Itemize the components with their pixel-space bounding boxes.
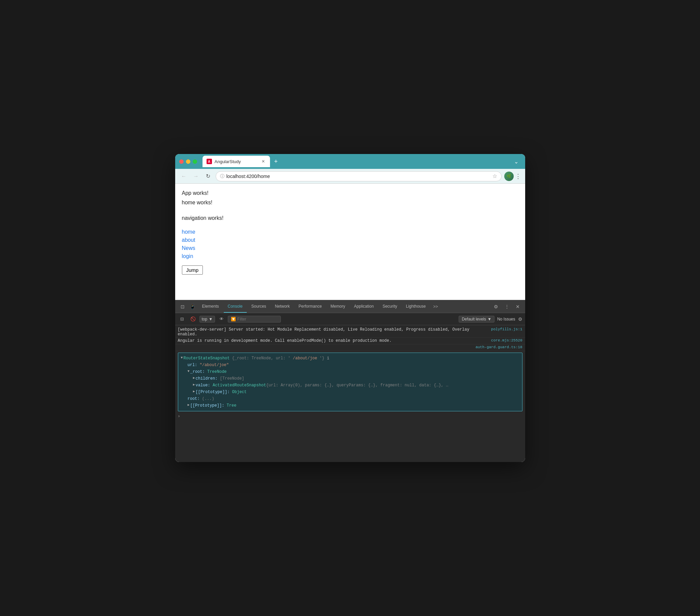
- console-log-1: [webpack-dev-server] Server started: Hot…: [175, 327, 525, 338]
- obj-root-line: ▼ _root: TreeNode: [181, 368, 520, 375]
- nav-link-login[interactable]: login: [182, 253, 518, 259]
- console-output: [webpack-dev-server] Server started: Hot…: [175, 325, 525, 462]
- obj-preview-end: '}: [320, 356, 327, 361]
- context-dropdown-icon: ▼: [209, 317, 213, 321]
- new-tab-button[interactable]: +: [271, 157, 281, 166]
- url-bar[interactable]: ⓘ localhost:4200/home ☆: [216, 171, 502, 181]
- console-log-2: Angular is running in development mode. …: [175, 338, 525, 344]
- value-type: ActivatedRouteSnapshot: [213, 382, 266, 389]
- obj-preview: {_root: TreeNode, url: ': [232, 356, 291, 361]
- filter-box[interactable]: 🔽: [228, 316, 281, 322]
- no-issues-badge: No Issues: [497, 317, 515, 321]
- expand-value[interactable]: ►: [193, 382, 195, 387]
- nav-link-home[interactable]: home: [182, 229, 518, 235]
- tab-dropdown-button[interactable]: ⌄: [512, 157, 521, 166]
- console-log-3: auth-gard.guard.ts:18: [175, 344, 525, 351]
- filter-input[interactable]: [237, 317, 278, 321]
- context-selector[interactable]: top ▼: [199, 316, 215, 322]
- console-settings-button[interactable]: ⚙: [518, 317, 523, 322]
- console-toolbar: ⊟ 🚫 top ▼ 👁 🔽 Default levels ▼ No Issues…: [175, 313, 525, 325]
- expand-router-state[interactable]: ▼: [181, 355, 183, 360]
- obj-proto1-line: ► [[Prototype]]: Object: [181, 389, 520, 395]
- devtools-close-button[interactable]: ✕: [513, 302, 523, 311]
- url-text: localhost:4200/home: [226, 174, 490, 179]
- traffic-lights: [179, 159, 197, 164]
- devtools-settings-button[interactable]: ⚙: [491, 302, 501, 311]
- page-nav: home about News login Jump: [182, 229, 518, 274]
- forward-button[interactable]: →: [191, 172, 201, 181]
- devtools-panel: ⊡ 📱 Elements Console Sources Network Per…: [175, 300, 525, 462]
- proto1-type: Object: [232, 389, 247, 395]
- default-levels-label: Default levels: [462, 317, 486, 321]
- default-levels-arrow: ▼: [487, 317, 491, 321]
- tab-network[interactable]: Network: [271, 300, 294, 313]
- devtools-device-icon[interactable]: 📱: [188, 302, 198, 311]
- security-icon: ⓘ: [220, 173, 224, 179]
- console-object-block: ▼ RouterStateSnapshot {_root: TreeNode, …: [178, 353, 523, 411]
- obj-url-line: url: "/about/joe": [181, 362, 520, 368]
- proto2-type: Tree: [227, 403, 237, 409]
- clear-console-button[interactable]: 🚫: [189, 315, 198, 323]
- devtools-inspector-icon[interactable]: ⊡: [178, 302, 187, 311]
- browser-menu-button[interactable]: ⋮: [515, 173, 521, 180]
- console-log-2-source[interactable]: core.mjs:25520: [491, 338, 522, 343]
- nav-link-news[interactable]: News: [182, 245, 518, 251]
- eye-icon[interactable]: 👁: [217, 315, 226, 323]
- tab-elements[interactable]: Elements: [198, 300, 223, 313]
- tab-bar: A AngularStudy ✕ +: [202, 156, 509, 167]
- tab-sources[interactable]: Sources: [247, 300, 270, 313]
- console-log-1-source[interactable]: polyfills.js:1: [491, 327, 522, 331]
- tab-favicon: A: [207, 159, 212, 164]
- address-bar: ← → ↻ ⓘ localhost:4200/home ☆ 🌿 ⋮: [175, 169, 525, 184]
- devtools-more-button[interactable]: ⋮: [502, 302, 512, 311]
- browser-window: A AngularStudy ✕ + ⌄ ← → ↻ ⓘ localhost:4…: [175, 154, 525, 462]
- tab-lighthouse[interactable]: Lighthouse: [402, 300, 430, 313]
- minimize-button[interactable]: [186, 159, 190, 164]
- console-toolbar-end: Default levels ▼ No Issues ⚙: [459, 316, 522, 322]
- expand-proto1[interactable]: ►: [193, 389, 195, 394]
- nav-link-about[interactable]: about: [182, 237, 518, 243]
- address-bar-actions: 🌿 ⋮: [504, 172, 521, 181]
- url-value: "/about/joe": [200, 362, 229, 368]
- tab-title: AngularStudy: [215, 159, 241, 164]
- root-type: TreeNode: [207, 369, 227, 375]
- maximize-button[interactable]: [193, 159, 197, 164]
- home-works-text: home works!: [182, 199, 518, 207]
- default-levels-dropdown[interactable]: Default levels ▼: [459, 316, 495, 322]
- bookmark-icon[interactable]: ☆: [492, 173, 497, 179]
- proto2-key: [[Prototype]]:: [190, 403, 224, 409]
- root2-value: (...): [202, 396, 214, 402]
- back-button[interactable]: ←: [179, 172, 189, 181]
- prompt-arrow: ›: [178, 414, 180, 419]
- obj-proto2-line: ► [[Prototype]]: Tree: [181, 402, 520, 409]
- tab-console[interactable]: Console: [224, 300, 247, 313]
- refresh-button[interactable]: ↻: [203, 172, 213, 181]
- filter-icon: 🔽: [231, 317, 236, 321]
- tab-application[interactable]: Application: [350, 300, 378, 313]
- avatar[interactable]: 🌿: [504, 172, 514, 181]
- app-works-text: App works!: [182, 189, 518, 197]
- devtools-actions: ⚙ ⋮ ✕: [491, 302, 523, 311]
- obj-header: ▼ RouterStateSnapshot {_root: TreeNode, …: [181, 355, 520, 362]
- active-tab[interactable]: A AngularStudy ✕: [202, 156, 270, 167]
- proto1-key: [[Prototype]]:: [196, 389, 230, 395]
- tab-close-button[interactable]: ✕: [261, 159, 266, 164]
- value-desc: {url: Array(0), params: {…}, queryParams…: [266, 382, 448, 389]
- sidebar-toggle-button[interactable]: ⊟: [178, 315, 187, 323]
- devtools-tab-bar: ⊡ 📱 Elements Console Sources Network Per…: [175, 300, 525, 313]
- expand-proto2[interactable]: ►: [188, 403, 190, 408]
- root-key: _root:: [190, 369, 205, 375]
- obj-value-line: ► value: ActivatedRouteSnapshot {url: Ar…: [181, 382, 520, 389]
- jump-button[interactable]: Jump: [182, 266, 203, 274]
- children-value: [TreeNode]: [220, 375, 245, 382]
- tab-security[interactable]: Security: [378, 300, 401, 313]
- tab-performance[interactable]: Performance: [295, 300, 326, 313]
- expand-children[interactable]: ►: [193, 375, 195, 381]
- expand-root[interactable]: ▼: [188, 369, 190, 374]
- tab-memory[interactable]: Memory: [326, 300, 349, 313]
- title-bar: A AngularStudy ✕ + ⌄: [175, 154, 525, 169]
- console-log-3-source[interactable]: auth-gard.guard.ts:18: [476, 345, 523, 349]
- console-prompt[interactable]: ›: [175, 413, 525, 420]
- more-tabs-button[interactable]: >>: [430, 303, 440, 310]
- close-button[interactable]: [179, 159, 184, 164]
